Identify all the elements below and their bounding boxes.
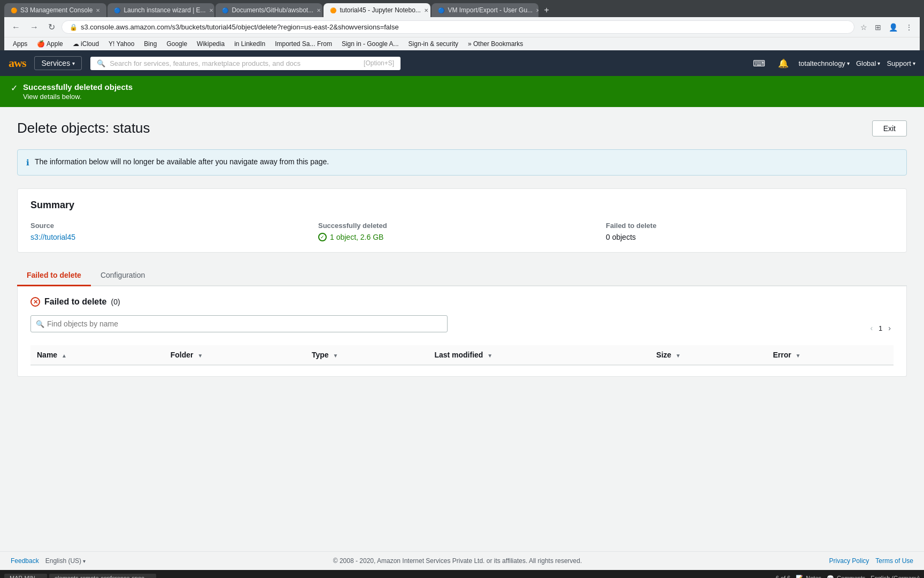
chevron-down-icon: ▾ xyxy=(847,60,850,66)
failed-search-container: 🔍 xyxy=(30,315,861,332)
col-last-modified[interactable]: Last modified ▼ xyxy=(428,345,650,365)
chevron-down-icon: ▾ xyxy=(877,60,880,66)
success-title: Successfully deleted objects xyxy=(23,82,133,92)
tab-configuration[interactable]: Configuration xyxy=(91,265,155,286)
bookmark-other[interactable]: » Other Bookmarks xyxy=(464,39,527,49)
search-icon: 🔍 xyxy=(97,59,105,67)
tab-close-icon[interactable]: ✕ xyxy=(536,7,538,13)
sort-desc-icon: ▼ xyxy=(487,353,492,359)
address-bar[interactable]: 🔒 s3.console.aws.amazon.com/s3/buckets/t… xyxy=(61,20,854,34)
table-toolbar: 🔍 ‹ 1 › xyxy=(30,315,894,341)
bookmark-imported[interactable]: Imported Sa... From xyxy=(271,39,336,49)
terms-of-use-link[interactable]: Terms of Use xyxy=(875,557,913,565)
info-icon: ℹ xyxy=(26,158,29,168)
forward-button[interactable]: → xyxy=(27,21,42,33)
bookmark-apps[interactable]: Apps xyxy=(9,39,32,49)
summary-failed-col: Failed to delete 0 objects xyxy=(606,222,894,241)
bell-icon[interactable]: 🔔 xyxy=(775,57,792,70)
source-value[interactable]: s3://tutorial45 xyxy=(30,233,75,241)
browser-tab-jupyter[interactable]: 🟠 tutorial45 - Jupyter Notebo... ✕ xyxy=(324,3,430,17)
info-box: ℹ The information below will no longer b… xyxy=(17,149,907,176)
summary-box: Summary Source s3://tutorial45 Successfu… xyxy=(17,188,907,253)
bookmark-security[interactable]: Sign-in & security xyxy=(404,39,463,49)
info-text: The information below will no longer be … xyxy=(35,157,329,166)
region-menu[interactable]: Global ▾ xyxy=(856,59,881,67)
success-icon: ✓ xyxy=(11,83,18,93)
sort-desc-icon: ▼ xyxy=(675,353,681,359)
col-folder[interactable]: Folder ▼ xyxy=(164,345,305,365)
bookmark-linkedin[interactable]: in LinkedIn xyxy=(230,39,270,49)
search-icon: 🔍 xyxy=(36,320,44,328)
taskbar-app-2[interactable]: elements-remote-conference-speed...resen… xyxy=(49,574,156,578)
summary-title: Summary xyxy=(30,200,894,211)
sort-asc-icon: ▲ xyxy=(61,353,67,359)
account-menu[interactable]: totaltechnology ▾ xyxy=(798,59,849,67)
failed-count-badge: (0) xyxy=(111,298,120,306)
bookmark-apple[interactable]: 🍎 Apple xyxy=(33,39,67,49)
tab-close-icon[interactable]: ✕ xyxy=(317,7,321,13)
table-header: Name ▲ Folder ▼ Type ▼ Last modified ▼ xyxy=(30,345,894,365)
browser-tab-vm[interactable]: 🔵 VM Import/Export - User Gu... ✕ xyxy=(432,3,538,17)
bookmarks-bar: Apps 🍎 Apple ☁ iCloud Y! Yahoo Bing Goog… xyxy=(4,37,920,50)
exit-button[interactable]: Exit xyxy=(872,120,907,136)
aws-logo-area[interactable]: aws xyxy=(9,56,26,70)
terminal-icon[interactable]: ⌨ xyxy=(750,57,768,70)
error-circle-icon: ✕ xyxy=(30,297,40,307)
back-button[interactable]: ← xyxy=(9,21,24,33)
sort-desc-icon: ▼ xyxy=(333,353,338,359)
bookmark-icloud[interactable]: ☁ iCloud xyxy=(68,39,103,49)
failed-section: ✕ Failed to delete (0) 🔍 ‹ 1 › Name ▲ xyxy=(17,286,907,377)
global-search-bar[interactable]: 🔍 Search for services, features, marketp… xyxy=(90,57,401,70)
menu-icon[interactable]: ⋮ xyxy=(903,21,915,33)
col-error[interactable]: Error ▼ xyxy=(766,345,894,365)
pagination: ‹ 1 › xyxy=(867,323,894,333)
privacy-policy-link[interactable]: Privacy Policy xyxy=(829,557,869,565)
services-button[interactable]: Services ▾ xyxy=(34,56,82,70)
pagination-next-button[interactable]: › xyxy=(886,323,894,333)
bookmark-signin-google[interactable]: Sign in - Google A... xyxy=(337,39,403,49)
table-header-row: Name ▲ Folder ▼ Type ▼ Last modified ▼ xyxy=(30,345,894,365)
tab-close-icon[interactable]: ✕ xyxy=(209,7,213,13)
bookmark-star-icon[interactable]: ☆ xyxy=(858,21,870,33)
chevron-down-icon: ▾ xyxy=(913,60,915,66)
feedback-link[interactable]: Feedback xyxy=(11,557,39,565)
pagination-prev-button[interactable]: ‹ xyxy=(867,323,875,333)
sort-desc-icon: ▼ xyxy=(197,353,203,359)
language-selector[interactable]: English (US) ▾ xyxy=(45,557,86,565)
main-content: Delete objects: status Exit ℹ The inform… xyxy=(0,107,924,551)
taskbar-app-1[interactable]: MAP-MINden-14 xyxy=(4,574,47,578)
taskbar: MAP-MINden-14 elements-remote-conference… xyxy=(0,570,924,578)
tab-failed-to-delete[interactable]: Failed to delete xyxy=(17,265,91,286)
col-type[interactable]: Type ▼ xyxy=(305,345,428,365)
bookmark-bing[interactable]: Bing xyxy=(140,39,161,49)
new-tab-button[interactable]: + xyxy=(540,3,553,17)
success-subtitle: View details below. xyxy=(23,93,133,101)
aws-header-right: ⌨ 🔔 totaltechnology ▾ Global ▾ Support ▾ xyxy=(750,57,915,70)
page-header: Delete objects: status Exit xyxy=(17,120,907,136)
col-name[interactable]: Name ▲ xyxy=(30,345,164,365)
tab-close-icon[interactable]: ✕ xyxy=(96,7,100,13)
success-deleted-label: Successfully deleted xyxy=(318,222,595,230)
browser-tab-launch[interactable]: 🔵 Launch instance wizard | E... ✕ xyxy=(107,3,214,17)
extensions-icon[interactable]: ⊞ xyxy=(872,21,884,33)
bookmark-wikipedia[interactable]: Wikipedia xyxy=(192,39,229,49)
profile-icon[interactable]: 👤 xyxy=(886,21,900,33)
taskbar-language: English (Germany) xyxy=(871,575,920,578)
browser-tab-s3[interactable]: 🟠 S3 Management Console ✕ xyxy=(4,3,106,17)
footer-left: Feedback English (US) ▾ xyxy=(11,557,86,565)
failed-search-input[interactable] xyxy=(30,315,448,332)
bookmark-yahoo[interactable]: Y! Yahoo xyxy=(104,39,138,49)
success-banner: ✓ Successfully deleted objects View deta… xyxy=(0,76,924,107)
failed-delete-label: Failed to delete xyxy=(606,222,883,230)
sort-desc-icon: ▼ xyxy=(796,353,801,359)
tab-close-icon[interactable]: ✕ xyxy=(424,7,428,13)
browser-toolbar: ← → ↻ 🔒 s3.console.aws.amazon.com/s3/buc… xyxy=(4,17,920,37)
browser-tab-github[interactable]: 🔵 Documents/GitHub/awsbot... ✕ xyxy=(215,3,322,17)
refresh-button[interactable]: ↻ xyxy=(45,21,58,33)
support-menu[interactable]: Support ▾ xyxy=(887,59,915,67)
taskbar-notes[interactable]: 📝 Notes xyxy=(796,575,821,579)
bookmark-google[interactable]: Google xyxy=(162,39,191,49)
taskbar-comments[interactable]: 💬 Comments xyxy=(827,575,865,579)
summary-success-col: Successfully deleted ✓ 1 object, 2.6 GB xyxy=(318,222,606,241)
col-size[interactable]: Size ▼ xyxy=(650,345,766,365)
